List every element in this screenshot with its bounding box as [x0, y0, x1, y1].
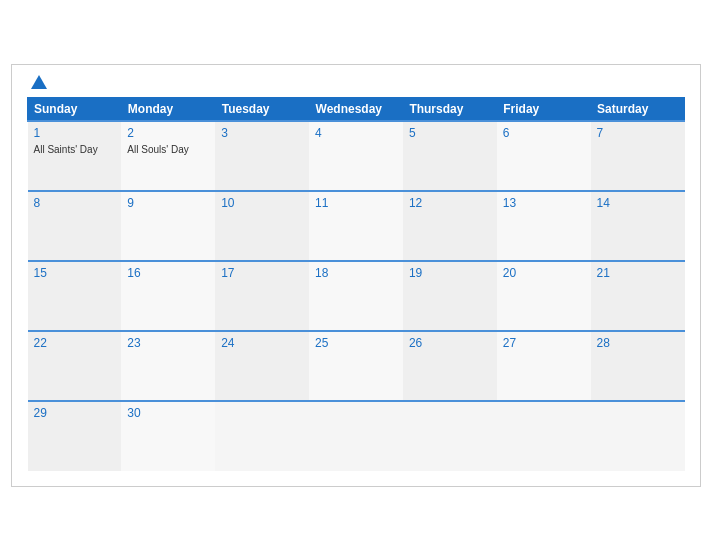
- calendar-header: [27, 75, 685, 89]
- day-number: 2: [127, 126, 209, 140]
- day-cell: 7: [591, 121, 685, 191]
- day-cell: 23: [121, 331, 215, 401]
- day-number: 26: [409, 336, 491, 350]
- day-cell: 21: [591, 261, 685, 331]
- day-cell: 28: [591, 331, 685, 401]
- day-number: 16: [127, 266, 209, 280]
- day-number: 24: [221, 336, 303, 350]
- day-number: 7: [597, 126, 679, 140]
- day-cell: 18: [309, 261, 403, 331]
- calendar-body: 1All Saints' Day2All Souls' Day345678910…: [28, 121, 685, 471]
- calendar-grid: SundayMondayTuesdayWednesdayThursdayFrid…: [27, 97, 685, 471]
- day-cell: [497, 401, 591, 471]
- day-number: 9: [127, 196, 209, 210]
- day-event: All Saints' Day: [34, 144, 98, 155]
- weekday-header-cell: Sunday: [28, 97, 122, 121]
- day-cell: 13: [497, 191, 591, 261]
- calendar-weekdays-header: SundayMondayTuesdayWednesdayThursdayFrid…: [28, 97, 685, 121]
- day-cell: 17: [215, 261, 309, 331]
- day-cell: [309, 401, 403, 471]
- day-cell: 25: [309, 331, 403, 401]
- day-number: 3: [221, 126, 303, 140]
- calendar: SundayMondayTuesdayWednesdayThursdayFrid…: [11, 64, 701, 487]
- day-cell: 3: [215, 121, 309, 191]
- logo-triangle-icon: [31, 75, 47, 89]
- day-number: 5: [409, 126, 491, 140]
- weekday-header-cell: Wednesday: [309, 97, 403, 121]
- day-event: All Souls' Day: [127, 144, 188, 155]
- day-number: 14: [597, 196, 679, 210]
- day-number: 20: [503, 266, 585, 280]
- day-number: 30: [127, 406, 209, 420]
- weekday-header-row: SundayMondayTuesdayWednesdayThursdayFrid…: [28, 97, 685, 121]
- day-cell: [215, 401, 309, 471]
- day-cell: 29: [28, 401, 122, 471]
- day-number: 15: [34, 266, 116, 280]
- day-number: 10: [221, 196, 303, 210]
- day-cell: 10: [215, 191, 309, 261]
- weekday-header-cell: Tuesday: [215, 97, 309, 121]
- weekday-header-cell: Saturday: [591, 97, 685, 121]
- day-number: 22: [34, 336, 116, 350]
- day-cell: 1All Saints' Day: [28, 121, 122, 191]
- day-cell: 30: [121, 401, 215, 471]
- day-cell: 22: [28, 331, 122, 401]
- week-row: 1All Saints' Day2All Souls' Day34567: [28, 121, 685, 191]
- week-row: 891011121314: [28, 191, 685, 261]
- day-cell: 26: [403, 331, 497, 401]
- day-cell: 27: [497, 331, 591, 401]
- day-cell: 8: [28, 191, 122, 261]
- day-cell: 16: [121, 261, 215, 331]
- day-number: 6: [503, 126, 585, 140]
- day-cell: 19: [403, 261, 497, 331]
- day-number: 18: [315, 266, 397, 280]
- day-cell: [591, 401, 685, 471]
- week-row: 2930: [28, 401, 685, 471]
- day-cell: [403, 401, 497, 471]
- day-cell: 24: [215, 331, 309, 401]
- day-number: 19: [409, 266, 491, 280]
- day-number: 21: [597, 266, 679, 280]
- day-cell: 4: [309, 121, 403, 191]
- day-number: 25: [315, 336, 397, 350]
- logo: [27, 75, 47, 89]
- day-number: 4: [315, 126, 397, 140]
- day-number: 11: [315, 196, 397, 210]
- day-cell: 20: [497, 261, 591, 331]
- day-cell: 11: [309, 191, 403, 261]
- weekday-header-cell: Thursday: [403, 97, 497, 121]
- weekday-header-cell: Friday: [497, 97, 591, 121]
- day-cell: 5: [403, 121, 497, 191]
- day-cell: 2All Souls' Day: [121, 121, 215, 191]
- weekday-header-cell: Monday: [121, 97, 215, 121]
- day-cell: 12: [403, 191, 497, 261]
- day-number: 8: [34, 196, 116, 210]
- week-row: 15161718192021: [28, 261, 685, 331]
- day-number: 27: [503, 336, 585, 350]
- day-number: 17: [221, 266, 303, 280]
- day-cell: 14: [591, 191, 685, 261]
- day-cell: 6: [497, 121, 591, 191]
- day-cell: 15: [28, 261, 122, 331]
- day-cell: 9: [121, 191, 215, 261]
- week-row: 22232425262728: [28, 331, 685, 401]
- day-number: 23: [127, 336, 209, 350]
- day-number: 29: [34, 406, 116, 420]
- day-number: 1: [34, 126, 116, 140]
- day-number: 13: [503, 196, 585, 210]
- day-number: 12: [409, 196, 491, 210]
- day-number: 28: [597, 336, 679, 350]
